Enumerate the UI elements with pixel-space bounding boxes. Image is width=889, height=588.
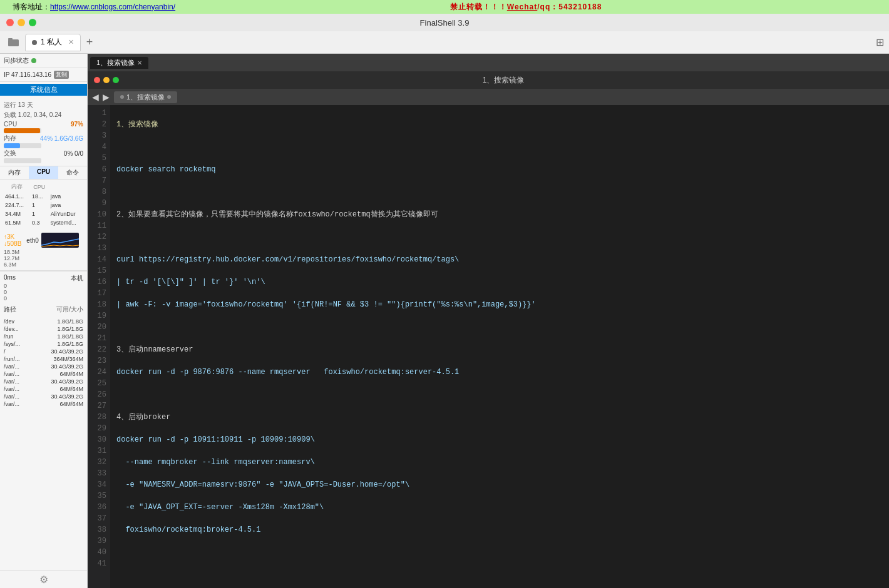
- process-table: 内存 CPU 464.1...18...java 224.7...1java 3…: [3, 181, 85, 228]
- run-time: 运行 13 天: [4, 100, 83, 110]
- terminal-title-text: 1、搜索镜像: [483, 75, 525, 86]
- disk-section: /dev1.8G/1.8G /dev...1.8G/1.8G /run1.8G/…: [0, 315, 87, 570]
- process-row: 61.5M0.3systemd...: [4, 219, 83, 226]
- load: 负载 1.02, 0.34, 0.24: [4, 110, 83, 120]
- code-line-4: [116, 186, 889, 198]
- terminal-area: 1、搜索镜像 ✕ 1、搜索镜像 ◀ ▶ 1、搜索镜像: [88, 54, 889, 588]
- mem-stat-row: 内存 44% 1.6G/3.6G: [4, 133, 83, 143]
- tl-minimize[interactable]: [103, 77, 110, 83]
- col-mem-header: 内存: [4, 182, 29, 191]
- terminal-tab-bar: 1、搜索镜像 ✕: [88, 54, 889, 71]
- tab-indicator: [32, 40, 37, 45]
- ip-label: IP 47.116.143.16: [4, 71, 51, 78]
- tab-close-icon[interactable]: ✕: [68, 38, 74, 46]
- blog-url: 博客地址：https://www.cnblogs.com/chenyanbin/: [13, 2, 175, 13]
- close-button[interactable]: [6, 19, 14, 26]
- code-line-1: 1、搜索镜像: [116, 119, 889, 130]
- tl-close[interactable]: [94, 77, 100, 83]
- disk-row: /dev1.8G/1.8G: [4, 318, 83, 325]
- stats-section: 运行 13 天 负载 1.02, 0.34, 0.24 CPU 97% 内存 4…: [0, 98, 87, 166]
- network-section: ↑3K ↓508B eth0 18.3M 12.7M 6.3M: [0, 229, 87, 271]
- code-line-6: [116, 231, 889, 243]
- disk-header: 路径 可用/大小: [0, 304, 87, 315]
- col-name-header: [49, 182, 83, 191]
- maximize-button[interactable]: [29, 19, 36, 26]
- path-label: 路径: [4, 305, 16, 314]
- folder-icon[interactable]: [5, 34, 23, 51]
- net-interface: eth0: [26, 237, 38, 244]
- code-line-21: [116, 569, 889, 580]
- disk-row: /var/...64M/64M: [4, 400, 83, 408]
- sidebar-bottom: ⚙: [0, 570, 87, 588]
- tab-memory[interactable]: 内存: [0, 166, 29, 179]
- system-info-button[interactable]: 系统信息: [0, 84, 87, 96]
- code-area[interactable]: 12345 678910 1112131415 1617181920 21222…: [88, 105, 889, 588]
- process-row: 34.4M1AliYunDur: [4, 210, 83, 218]
- swap-stat-row: 交换 0% 0/0: [4, 148, 83, 158]
- nav-tab-active[interactable]: 1、搜索镜像: [114, 91, 177, 103]
- terminal-tab-close[interactable]: ✕: [137, 59, 142, 66]
- avail-label: 可用/大小: [56, 305, 83, 314]
- download-indicator: ↓508B: [4, 240, 21, 247]
- mem-value: 44% 1.6G/3.6G: [40, 135, 83, 142]
- tab-bar: 1 私人 ✕ + ⊞: [0, 31, 889, 54]
- terminal-tab-label: 1、搜索镜像: [96, 58, 135, 68]
- disk-row: /var/...64M/64M: [4, 385, 83, 393]
- disk-row: /30.4G/39.2G: [4, 348, 83, 355]
- code-line-2: [116, 141, 889, 153]
- code-line-11: 3、启动nnameserver: [116, 344, 889, 355]
- code-line-17: -e "NAMESRV_ADDR=namesrv:9876" -e "JAVA_…: [116, 479, 889, 490]
- line-numbers: 12345 678910 1112131415 1617181920 21222…: [88, 105, 110, 588]
- disk-row: /var/...64M/64M: [4, 370, 83, 378]
- code-line-12: docker run -d -p 9876:9876 --name rmqser…: [116, 367, 889, 378]
- terminal-tab-active[interactable]: 1、搜索镜像 ✕: [90, 57, 148, 69]
- settings-icon[interactable]: ⚙: [39, 574, 48, 585]
- sync-dot: [31, 58, 36, 63]
- grid-view-icon[interactable]: ⊞: [876, 36, 884, 48]
- terminal-title-bar: 1、搜索镜像: [88, 71, 889, 89]
- svg-rect-0: [8, 39, 19, 46]
- code-line-8: | tr -d '[\[\]" ]' | tr '}' '\n'\: [116, 276, 889, 288]
- code-line-16: --name rmqbroker --link rmqserver:namesr…: [116, 457, 889, 468]
- window-controls: [6, 19, 36, 26]
- tab-cpu[interactable]: CPU: [29, 166, 58, 179]
- swap-progress-bar: [4, 158, 41, 163]
- disk-row: /var/...30.4G/39.2G: [4, 363, 83, 370]
- latency-section: 0ms 本机 000: [0, 271, 87, 304]
- tab-commands[interactable]: 命令: [58, 166, 87, 179]
- title-bar: FinalShell 3.9: [0, 14, 889, 31]
- upload-indicator: ↑3K: [4, 233, 21, 240]
- ip-section: IP 47.116.143.16 复制: [0, 68, 87, 82]
- latency-row: 0ms 本机: [4, 274, 83, 283]
- code-content[interactable]: 1、搜索镜像 docker search rocketmq 2、如果要查看其它的…: [110, 105, 889, 588]
- svg-rect-1: [8, 38, 13, 40]
- disk-row: /var/...30.4G/39.2G: [4, 393, 83, 400]
- tab-private[interactable]: 1 私人 ✕: [25, 34, 81, 51]
- nav-tab-label: 1、搜索镜像: [126, 93, 165, 102]
- process-row: 224.7...1java: [4, 201, 83, 209]
- code-line-7: curl https://registry.hub.docker.com/v1/…: [116, 254, 889, 265]
- nav-tab-dot: [120, 95, 124, 99]
- nav-prev-arrow[interactable]: ◀: [90, 92, 101, 102]
- tl-maximize[interactable]: [113, 77, 119, 83]
- mem-label: 内存: [4, 134, 16, 143]
- disk-row: /run1.8G/1.8G: [4, 333, 83, 340]
- app-title: FinalShell 3.9: [420, 18, 470, 28]
- tab-label: 1 私人: [41, 37, 62, 48]
- blog-link[interactable]: https://www.cnblogs.com/chenyanbin/: [50, 3, 175, 11]
- tab-bar-right: ⊞: [876, 36, 884, 48]
- net-arrows: ↑3K ↓508B: [4, 233, 21, 247]
- top-banner: 博客地址：https://www.cnblogs.com/chenyanbin/…: [0, 0, 889, 14]
- add-tab-button[interactable]: +: [82, 35, 97, 50]
- code-line-10: [116, 322, 889, 333]
- net-graph: [41, 233, 79, 248]
- disk-row: /run/...364M/364M: [4, 355, 83, 363]
- copy-ip-button[interactable]: 复制: [54, 71, 69, 79]
- swap-label: 交换: [4, 149, 16, 158]
- main-layout: 同步状态 IP 47.116.143.16 复制 系统信息 运行 13 天 负载…: [0, 54, 889, 588]
- process-tabs: 内存 CPU 命令: [0, 166, 87, 180]
- swap-value: 0% 0/0: [64, 150, 83, 157]
- minimize-button[interactable]: [18, 19, 25, 26]
- nav-next-arrow[interactable]: ▶: [101, 92, 111, 102]
- code-line-15: docker run -d -p 10911:10911 -p 10909:10…: [116, 434, 889, 445]
